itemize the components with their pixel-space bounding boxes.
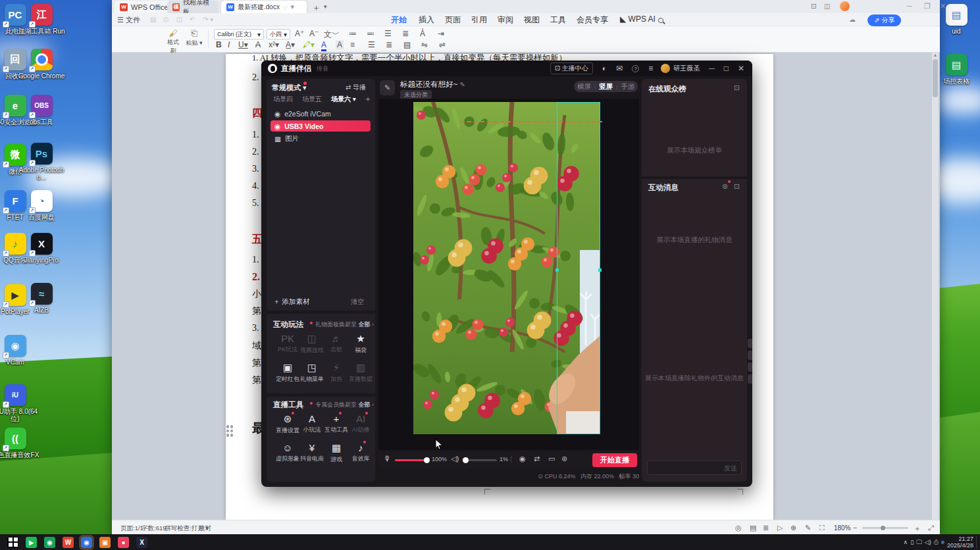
scroll-up-icon[interactable]: ▲: [932, 53, 939, 57]
paragraph-icon[interactable]: ⇥: [438, 29, 444, 38]
wps-home-tab[interactable]: W WPS Office: [115, 1, 174, 13]
app-maximize-button[interactable]: □: [724, 64, 729, 73]
ribbon-tab-2[interactable]: 页面: [445, 14, 461, 26]
italic-icon[interactable]: I: [228, 40, 230, 49]
clock[interactable]: 21:27 2025/4/28: [947, 536, 973, 549]
paste-button[interactable]: ⎗ 粘贴 ▾: [186, 28, 203, 47]
outline-icon[interactable]: ≣: [763, 524, 769, 532]
desktop-icon-sound-fx[interactable]: ((↗ 绿色直播音效FX: [0, 428, 39, 459]
orientation-竖屏[interactable]: 竖屏: [596, 82, 616, 91]
desktop-icon-google-chrome[interactable]: ↗ Google Chrome: [17, 49, 66, 80]
orientation-手游[interactable]: 手游: [617, 82, 638, 91]
feature-点歌[interactable]: ♬点歌: [324, 333, 348, 354]
paragraph-icon[interactable]: ≣: [402, 29, 409, 38]
undo-icon[interactable]: ↶: [190, 16, 195, 23]
scene-tab-0[interactable]: 场景四: [273, 95, 293, 104]
paragraph-icon[interactable]: ⇌: [439, 40, 446, 49]
feature-AI助播[interactable]: AIAI助播: [349, 413, 373, 434]
fit-width-icon[interactable]: ⤢: [928, 524, 934, 532]
tray-expand-icon[interactable]: ∧: [904, 539, 908, 545]
add-scene-button[interactable]: ＋: [364, 93, 372, 105]
font-name-select[interactable]: Calibri (正文)▾: [214, 29, 264, 39]
float-toolbar-handle[interactable]: [226, 425, 234, 437]
highlight-icon[interactable]: A̲▾: [286, 40, 295, 49]
workspace-icon[interactable]: ◫: [824, 3, 830, 10]
edit-title-icon[interactable]: ✎: [380, 80, 395, 95]
preview-icon[interactable]: ◫: [176, 16, 182, 23]
read-mode-icon[interactable]: ▤: [750, 524, 756, 532]
save-icon[interactable]: ▤: [150, 16, 156, 23]
source-item-2[interactable]: ▦图片: [271, 133, 371, 144]
app-title-bar[interactable]: 直播伴侣 传音 ⊡ 主播中心 ◐ ✉ ? ≡ 研王薇圣 ─ □ ✕: [261, 61, 752, 76]
feature-虚拟形象[interactable]: ☺虚拟形象: [276, 442, 299, 463]
display-icon[interactable]: 🖵: [916, 539, 922, 546]
ribbon-tab-1[interactable]: 插入: [419, 14, 434, 26]
feature-小玩法[interactable]: A小玩法: [300, 413, 324, 434]
redo-icon[interactable]: ↷ ▾: [203, 16, 213, 23]
paragraph-icon[interactable]: ≕: [367, 29, 374, 38]
char-shading-icon[interactable]: A: [336, 40, 344, 49]
shrink-font-icon[interactable]: A⁻: [309, 29, 319, 38]
feature-游戏[interactable]: ▦游戏: [324, 442, 348, 464]
zoom-out-button[interactable]: −: [853, 524, 857, 532]
printer-icon[interactable]: ⎙: [934, 539, 939, 546]
feature-音效库[interactable]: ♪音效库: [349, 442, 373, 463]
eye-protect-icon[interactable]: ◎: [735, 524, 742, 532]
edit-icon[interactable]: ✎: [805, 524, 811, 532]
print-icon[interactable]: ⎙: [163, 16, 168, 24]
popout-icon[interactable]: ⊡: [734, 84, 740, 92]
dock-tab[interactable]: [748, 374, 752, 384]
paragraph-icon[interactable]: ≣: [386, 40, 392, 49]
start-live-button[interactable]: 开始直播: [592, 453, 637, 467]
selection-handle[interactable]: [598, 268, 602, 272]
app-minimize-button[interactable]: ─: [709, 64, 715, 73]
director-button[interactable]: ⇄ 导播: [346, 83, 366, 92]
camera-icon[interactable]: ▭: [548, 455, 555, 463]
vertical-scrollbar[interactable]: ▲: [932, 53, 939, 520]
doc-tab-active[interactable]: W 最新搭建.docx ◌ ▾: [221, 1, 307, 13]
chat-settings-gear-icon[interactable]: ⊛: [722, 182, 728, 191]
send-button[interactable]: 发送: [724, 464, 737, 473]
zoom-slider[interactable]: [862, 527, 908, 529]
desktop-icon-aizb[interactable]: ≈↗ AIZB: [17, 283, 66, 314]
doc-tab-1[interactable]: 模 找相亲模板: [167, 1, 219, 13]
volume-slider[interactable]: [463, 459, 497, 461]
wps-close-button[interactable]: ✕: [940, 2, 946, 11]
microphone-icon[interactable]: 🎙: [384, 455, 391, 463]
ribbon-tab-5[interactable]: 视图: [524, 14, 540, 26]
feature-抖音电商[interactable]: ¥抖音电商: [300, 442, 324, 463]
feature-直播数据[interactable]: ▥直播数据: [349, 362, 373, 384]
desktop-icon-vcam[interactable]: ◉↗ VCam: [0, 335, 39, 366]
mode-select[interactable]: 常规模式 ▾: [272, 83, 307, 93]
source-selection-box[interactable]: [557, 102, 600, 434]
feature-PK玩法[interactable]: PKPK玩法: [276, 333, 299, 354]
add-material-button[interactable]: ＋ 添加素材: [273, 297, 309, 307]
ribbon-tab-7[interactable]: 会员专享: [577, 14, 608, 26]
new-tab-button[interactable]: ＋: [312, 2, 321, 14]
app-close-button[interactable]: ✕: [738, 64, 744, 73]
ribbon-tab-3[interactable]: 引用: [471, 14, 487, 26]
desktop-icon-photoshop[interactable]: Ps↗ Adobe Photosho...: [17, 143, 66, 181]
dock-tab[interactable]: [748, 362, 752, 372]
desktop-icon-jianying-pro[interactable]: X↗ JianyingPro: [17, 233, 66, 264]
ribbon-tab-8[interactable]: ◣ WPS AI: [620, 14, 656, 24]
orientation-横屏[interactable]: 横屏: [574, 82, 594, 91]
status-item-0[interactable]: 页面:1/1: [120, 524, 143, 533]
desktop-icon-iu-assistant[interactable]: iU↗ 爱U助手 8.0(64位): [0, 384, 39, 422]
font-size-select[interactable]: 小四▾: [267, 29, 290, 39]
file-menu[interactable]: ☰ 文件: [117, 15, 140, 25]
tab-caret-icon[interactable]: ▾: [290, 3, 294, 11]
desktop-icon-obs-tool[interactable]: OBS↗ obs工具: [17, 95, 66, 126]
dock-tab[interactable]: [748, 351, 752, 360]
taskbar-app-teal[interactable]: ◉: [44, 537, 55, 548]
paragraph-icon[interactable]: ▤: [403, 40, 411, 49]
source-item-1[interactable]: ◉USB3 Video: [271, 120, 371, 132]
anchor-center-button[interactable]: ⊡ 主播中心: [550, 63, 593, 74]
tools-promo[interactable]: 专属会员焕新至 全部 ›: [315, 401, 374, 409]
wps-restore-button[interactable]: ❐: [924, 2, 931, 11]
interact-promo[interactable]: 礼物面板焕新至 全部 ›: [315, 320, 374, 329]
paragraph-icon[interactable]: ☰: [384, 29, 392, 38]
selection-handle[interactable]: [555, 268, 559, 272]
taskbar-stream-companion[interactable]: ◉: [81, 537, 92, 548]
user-avatar[interactable]: [661, 64, 670, 73]
